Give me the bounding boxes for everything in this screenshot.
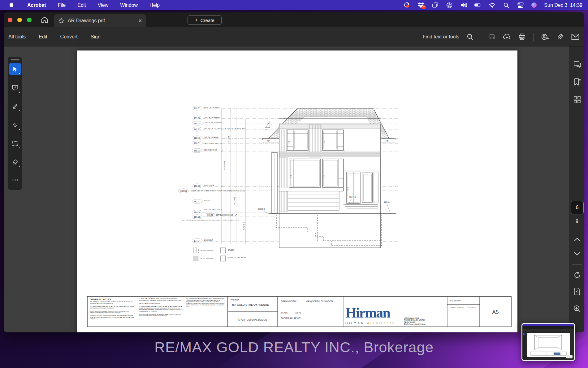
svg-text:180.54: 180.54	[194, 211, 201, 213]
add-comment-tool[interactable]	[9, 81, 21, 94]
find-text-label[interactable]: Find text or tools	[423, 34, 459, 40]
menu-edit[interactable]: Edit	[77, 2, 86, 8]
add-text-box-tool[interactable]: A	[9, 137, 21, 150]
svg-text:ARTIFICIAL LIME STONE: ARTIFICIAL LIME STONE	[228, 257, 246, 259]
svg-text:SCALE:: SCALE:	[281, 312, 288, 314]
svg-text:180.87: 180.87	[384, 201, 391, 203]
svg-text:MAIN(NORTH) ELEVATION: MAIN(NORTH) ELEVATION	[306, 300, 333, 303]
current-page-input[interactable]: 6	[571, 201, 584, 214]
svg-text:BOTTOM OF THE EAVE: BOTTOM OF THE EAVE	[205, 143, 223, 145]
highlight-tool[interactable]	[9, 100, 21, 112]
nav-edit[interactable]: Edit	[39, 34, 47, 40]
svg-text:9'-6": 9'-6"	[324, 174, 325, 177]
bookmarks-panel-icon[interactable]	[573, 78, 581, 87]
menu-view[interactable]: View	[98, 2, 108, 8]
svg-text:UNDER SIDE OF JOISTS OF MAIN F: UNDER SIDE OF JOISTS OF MAIN FLOOR FOR J…	[191, 190, 245, 192]
svg-text:WOOD CLADDING: WOOD CLADDING	[201, 250, 214, 252]
svg-text:DRAWING TITLE:: DRAWING TITLE:	[281, 300, 297, 302]
hirman-logo: Hirman	[345, 305, 390, 321]
svg-text:A r c h i t e c t s: A r c h i t e c t s	[367, 322, 394, 325]
pip-preview-window[interactable]	[521, 323, 575, 361]
house-elevation: 2'-5" 2'-5" 4 12	[258, 109, 396, 248]
control-center-icon[interactable]	[517, 2, 524, 8]
wifi-icon[interactable]	[489, 2, 495, 8]
next-page-button[interactable]	[574, 252, 581, 257]
email-icon[interactable]	[571, 33, 579, 40]
windows-copy-icon[interactable]	[432, 2, 439, 8]
search-icon[interactable]	[467, 33, 473, 40]
pdf-page[interactable]: 190.31PEAK OF THE ROOF 189.68TOP OF THE …	[77, 50, 517, 332]
menu-help[interactable]: Help	[149, 2, 160, 8]
menubar-clock[interactable]: Sun Dec 3 14:39	[544, 2, 582, 8]
link-icon[interactable]	[556, 33, 564, 41]
save-icon[interactable]	[489, 33, 495, 40]
star-icon[interactable]	[58, 17, 65, 24]
tab-title: AR Drawings.pdf	[68, 18, 105, 24]
svg-text:MAIN FLOOR: MAIN FLOOR	[204, 185, 214, 186]
siri-icon[interactable]	[531, 2, 537, 8]
fill-sign-tool[interactable]	[9, 156, 21, 168]
airplay-icon[interactable]	[446, 2, 453, 8]
more-tools-button[interactable]	[9, 174, 21, 186]
screen-record-icon[interactable]	[403, 2, 410, 8]
sheet-number: A5	[492, 309, 499, 315]
svg-text:180.54: 180.54	[258, 208, 265, 210]
rotate-page-button[interactable]	[573, 271, 581, 280]
svg-text:2'-5": 2'-5"	[267, 140, 270, 142]
document-viewport: 190.31PEAK OF THE ROOF 189.68TOP OF THE …	[4, 46, 584, 332]
draw-tool[interactable]	[9, 119, 21, 131]
volume-icon[interactable]	[460, 2, 467, 8]
svg-text:8'-1" [2.46 M]: 8'-1" [2.46 M]	[243, 222, 245, 230]
desktop-background: Acrobat File Edit View Window Help 7	[0, 0, 588, 368]
menubar-app-name[interactable]: Acrobat	[27, 2, 46, 8]
svg-text:ZONING REVIEW: ZONING REVIEW	[450, 307, 464, 309]
svg-text:12: 12	[265, 129, 267, 130]
nav-all-tools[interactable]: All tools	[8, 34, 26, 40]
print-icon[interactable]	[518, 33, 526, 41]
svg-text:182.98: 182.98	[194, 185, 201, 187]
spotlight-icon[interactable]	[503, 2, 510, 8]
svg-text:188.46: 188.46	[194, 137, 201, 139]
svg-text:MID POINT BETWEEN FINISH BASEM: MID POINT BETWEEN FINISH BASEMENT AND UN…	[182, 219, 239, 221]
pip-page	[527, 333, 570, 357]
comments-panel-icon[interactable]	[573, 61, 581, 69]
upload-cloud-icon[interactable]	[503, 33, 511, 41]
svg-text:PAPER SIZE: 11"x17": PAPER SIZE: 11"x17"	[281, 317, 301, 319]
svg-text:ESTABLISHED GRADE: ESTABLISHED GRADE	[216, 214, 233, 216]
panel-drag-handle[interactable]	[11, 59, 19, 60]
svg-text:H i r m a n: H i r m a n	[345, 322, 363, 325]
document-tab[interactable]: AR Drawings.pdf ✕	[54, 14, 146, 27]
svg-text:6'-6" [1.98 M]: 6'-6" [1.98 M]	[234, 197, 236, 205]
dropbox-icon[interactable]: 7	[417, 2, 424, 8]
zoom-window-button[interactable]	[27, 18, 32, 22]
previous-page-button[interactable]	[574, 237, 581, 243]
select-tool[interactable]	[9, 63, 21, 75]
create-button[interactable]: + Create	[188, 15, 222, 25]
menu-window[interactable]: Window	[120, 2, 138, 8]
svg-text:189.68: 189.68	[194, 117, 201, 119]
svg-text:180.31: 180.31	[207, 214, 213, 216]
battery-icon[interactable]	[474, 2, 481, 8]
svg-text:177.74: 177.74	[194, 240, 201, 242]
svg-text:TOP OF THE FLAT ROOF: TOP OF THE FLAT ROOF	[204, 122, 223, 124]
right-sidebar: 6 9	[569, 46, 584, 332]
minimize-window-button[interactable]	[17, 18, 22, 22]
svg-text:TOP OF THE PARAPET: TOP OF THE PARAPET	[204, 117, 222, 118]
close-window-button[interactable]	[8, 18, 12, 22]
pip-left-rail	[522, 331, 525, 360]
nav-sign[interactable]: Sign	[91, 34, 101, 40]
brokerage-banner: RE/MAX GOLD REALTY INC., Brokerage	[0, 339, 588, 356]
page-size-button[interactable]	[573, 287, 581, 297]
zoom-in-button[interactable]	[573, 305, 581, 314]
pip-titlebar	[522, 326, 574, 329]
menu-file[interactable]: File	[58, 2, 66, 8]
acrobat-toolbar: All tools Edit Convert Sign Find text or…	[4, 27, 584, 46]
page-thumbnails-icon[interactable]	[573, 96, 581, 105]
svg-text:GENERAL NOTES:: GENERAL NOTES:	[90, 298, 112, 301]
request-signature-icon[interactable]	[541, 33, 549, 41]
close-tab-icon[interactable]: ✕	[138, 18, 142, 24]
nav-convert[interactable]: Convert	[60, 34, 78, 40]
apple-menu-icon[interactable]	[9, 2, 15, 8]
home-icon[interactable]	[40, 15, 49, 24]
quick-tools-panel: A	[7, 56, 22, 190]
